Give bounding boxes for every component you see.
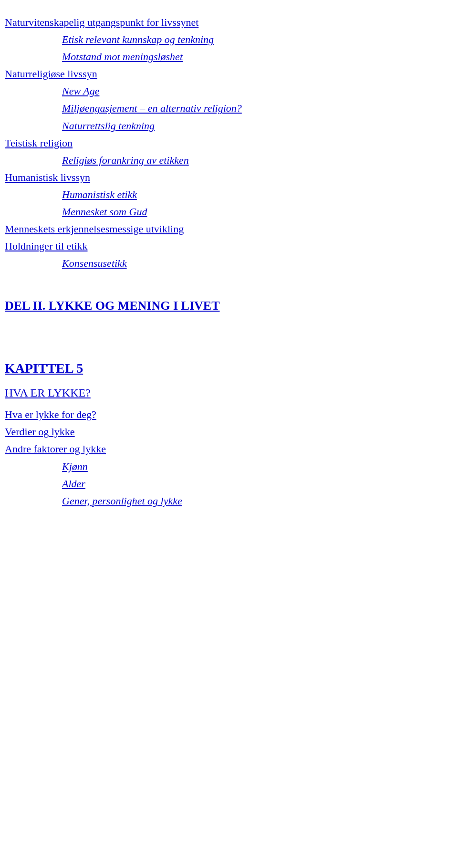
toc-item-humanistisk-etikk[interactable]: Humanistisk etikk bbox=[62, 187, 448, 203]
section-del-ii[interactable]: DEL II. LYKKE OG MENING I LIVET bbox=[5, 296, 448, 315]
toc-item-hva-er-lykke-deg[interactable]: Hva er lykke for deg? bbox=[5, 407, 448, 423]
spacer-4 bbox=[5, 403, 448, 407]
toc-item-menneskets-erkjennelse[interactable]: Menneskets erkjennelsesmessige utvikling bbox=[5, 221, 448, 237]
toc-item-naturreligiose[interactable]: Naturreligiøse livssyn bbox=[5, 66, 448, 82]
chapter-kapittel-5-subtitle[interactable]: HVA ER LYKKE? bbox=[5, 384, 448, 402]
toc-item-naturvitenskapelig[interactable]: Naturvitenskapelig utgangspunkt for livs… bbox=[5, 14, 448, 31]
chapter-kapittel-5-title[interactable]: KAPITTEL 5 bbox=[5, 358, 448, 378]
toc-item-naturrettslig[interactable]: Naturrettslig tenkning bbox=[62, 118, 448, 134]
toc-item-motstand-mot[interactable]: Motstand mot meningsløshet bbox=[62, 49, 448, 65]
toc-item-alder[interactable]: Alder bbox=[62, 476, 448, 492]
toc-container: Naturvitenskapelig utgangspunkt for livs… bbox=[5, 14, 448, 509]
toc-item-religios-forankring[interactable]: Religiøs forankring av etikken bbox=[62, 152, 448, 168]
toc-item-humanistisk-livssyn[interactable]: Humanistisk livssyn bbox=[5, 169, 448, 186]
spacer-3 bbox=[5, 329, 448, 339]
toc-item-verdier-og-lykke[interactable]: Verdier og lykke bbox=[5, 424, 448, 440]
toc-item-new-age[interactable]: New Age bbox=[62, 83, 448, 99]
toc-item-teistisk[interactable]: Teistisk religion bbox=[5, 135, 448, 151]
toc-item-holdninger[interactable]: Holdninger til etikk bbox=[5, 238, 448, 254]
spacer-2 bbox=[5, 320, 448, 329]
toc-item-etisk-relevant[interactable]: Etisk relevant kunnskap og tenkning bbox=[62, 31, 448, 48]
toc-item-konsensusetikk[interactable]: Konsensusetikk bbox=[62, 255, 448, 272]
toc-item-kjonn[interactable]: Kjønn bbox=[62, 459, 448, 475]
toc-item-andre-faktorer[interactable]: Andre faktorer og lykke bbox=[5, 441, 448, 457]
spacer-1 bbox=[5, 272, 448, 282]
toc-item-mennesket-som-gud[interactable]: Mennesket som Gud bbox=[62, 204, 448, 220]
toc-item-miljoengasjement[interactable]: Miljøengasjement – en alternativ religio… bbox=[62, 100, 448, 116]
toc-item-gener-personlighet[interactable]: Gener, personlighet og lykke bbox=[62, 493, 448, 509]
